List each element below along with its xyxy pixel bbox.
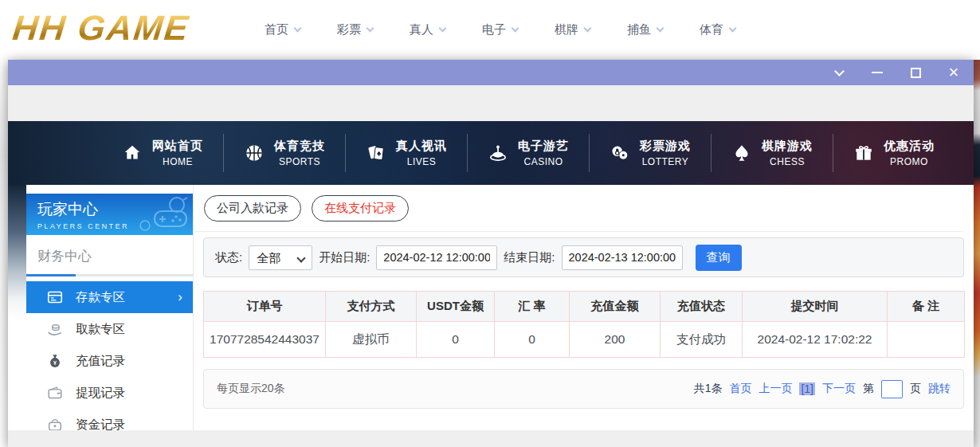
status-label: 状态: — [215, 250, 242, 265]
sidebar-item-funds-records[interactable]: 资金记录 — [26, 409, 193, 430]
sidebar-section-underline — [26, 274, 193, 276]
main-nav-item-promo[interactable]: 优惠活动 PROMO — [833, 134, 955, 172]
sidebar-section-title: 财务中心 — [26, 235, 193, 265]
cell-recharge-amount: 200 — [570, 322, 661, 358]
top-nav-label: 真人 — [410, 22, 433, 37]
nav-label-en: LOTTERY — [640, 156, 691, 167]
top-nav-item-sports[interactable]: 体育 — [700, 22, 735, 37]
tab-company-deposit-records[interactable]: 公司入款记录 — [204, 195, 301, 222]
top-nav-item-home[interactable]: 首页 — [265, 22, 300, 37]
sidebar-header: 玩家中心 PLAYERS CENTER — [26, 194, 193, 235]
nav-label-en: LIVES — [396, 156, 447, 167]
top-nav: 首页 彩票 真人 电子 棋牌 捕鱼 体育 — [265, 0, 735, 60]
purse-icon — [46, 416, 64, 430]
sidebar-item-withdrawal-records[interactable]: 提现记录 — [26, 377, 193, 409]
col-recharge-amount: 充值金额 — [570, 292, 661, 322]
sidebar: 玩家中心 PLAYERS CENTER 财务中心 — [26, 185, 194, 430]
cell-order-number: 1707728542443037 — [204, 322, 326, 358]
money-bag-icon — [46, 352, 64, 370]
chevron-down-icon — [657, 25, 664, 33]
record-tabs: 公司入款记录 在线支付记录 — [194, 185, 964, 232]
lottery-balls-icon — [610, 143, 630, 163]
first-page-link[interactable]: 首页 — [729, 382, 751, 396]
top-nav-item-fishing[interactable]: 捕鱼 — [627, 22, 663, 37]
cell-submit-time: 2024-02-12 17:02:22 — [743, 322, 888, 358]
main-nav: 网站首页 HOME 体育竞技 SPORTS 真人视讯 LIVES — [8, 121, 974, 185]
sidebar-item-recharge-records[interactable]: 充值记录 — [26, 345, 193, 377]
nav-label-zh: 优惠活动 — [884, 139, 935, 154]
main-nav-item-lottery[interactable]: 彩票游戏 LOTTERY — [589, 134, 711, 172]
basketball-icon — [244, 143, 265, 163]
records-table: 订单号 支付方式 USDT金额 汇 率 充值金额 充值状态 提交时间 备 注 1… — [203, 291, 965, 358]
window-content: 玩家中心 PLAYERS CENTER 财务中心 — [8, 185, 974, 447]
tab-online-payment-records[interactable]: 在线支付记录 — [312, 195, 409, 222]
window-footer-band — [8, 430, 974, 447]
top-nav-label: 电子 — [482, 22, 506, 37]
spade-icon — [731, 143, 752, 163]
sidebar-item-deposit[interactable]: 存款专区 › — [26, 281, 193, 313]
main-nav-item-sports[interactable]: 体育竞技 SPORTS — [223, 134, 345, 172]
pagination-bar: 每页显示20条 共1条 首页 上一页 [1] 下一页 第 页 跳转 — [203, 369, 964, 409]
end-date-input[interactable] — [562, 245, 683, 270]
nav-label-zh: 彩票游戏 — [640, 139, 691, 154]
top-nav-label: 首页 — [265, 22, 288, 37]
jump-prefix-label: 第 — [863, 382, 874, 396]
filter-bar: 状态: 全部 开始日期: 结束日期: 查询 — [203, 237, 964, 277]
col-order-number: 订单号 — [204, 292, 326, 322]
chevron-down-icon[interactable] — [832, 65, 846, 80]
maximize-icon[interactable] — [908, 65, 923, 80]
col-submit-time: 提交时间 — [743, 292, 888, 322]
cell-payment-method: 虚拟币 — [326, 322, 417, 358]
sidebar-item-label: 资金记录 — [76, 417, 125, 431]
minimize-icon[interactable] — [870, 65, 884, 80]
cell-recharge-status: 支付成功 — [661, 322, 743, 358]
sidebar-item-withdraw[interactable]: 取款专区 — [26, 313, 193, 345]
nav-label-zh: 电子游艺 — [518, 139, 569, 154]
content-left-strip — [8, 185, 26, 320]
player-center-window: × 网站首页 HOME 体育竞技 SPORTS — [8, 60, 974, 447]
sidebar-item-label: 存款专区 — [76, 289, 125, 306]
main-nav-item-home[interactable]: 网站首页 HOME — [102, 134, 223, 172]
start-date-input[interactable] — [376, 245, 497, 270]
sidebar-item-label: 取款专区 — [76, 321, 125, 338]
close-icon[interactable]: × — [947, 65, 961, 80]
gift-icon — [853, 143, 874, 163]
cards-icon — [366, 143, 386, 163]
current-page-indicator[interactable]: [1] — [799, 382, 815, 395]
top-nav-item-chess[interactable]: 棋牌 — [555, 22, 590, 37]
next-page-link[interactable]: 下一页 — [822, 382, 856, 396]
page-jump-input[interactable] — [881, 380, 903, 398]
page-edge-right — [974, 60, 980, 447]
query-button[interactable]: 查询 — [696, 245, 742, 271]
chevron-down-icon — [294, 25, 302, 33]
main-nav-item-chess[interactable]: 棋牌游戏 CHESS — [711, 134, 833, 172]
top-nav-label: 棋牌 — [555, 22, 578, 37]
cell-exchange-rate: 0 — [495, 322, 570, 358]
jump-button[interactable]: 跳转 — [928, 382, 951, 396]
window-titlebar: × — [8, 60, 974, 85]
main-nav-item-casino[interactable]: 电子游艺 CASINO — [467, 134, 589, 172]
home-icon — [122, 143, 143, 163]
logo-hh-game[interactable]: HH GAME — [10, 8, 191, 48]
sidebar-menu: 存款专区 › 取款专区 — [26, 281, 193, 430]
top-nav-item-live[interactable]: 真人 — [410, 22, 445, 37]
withdraw-hand-icon — [46, 320, 64, 338]
col-recharge-status: 充值状态 — [661, 292, 743, 322]
col-payment-method: 支付方式 — [326, 292, 417, 322]
nav-label-en: CHESS — [762, 156, 813, 167]
nav-label-en: CASINO — [518, 156, 569, 167]
col-exchange-rate: 汇 率 — [495, 292, 570, 322]
top-nav-item-slots[interactable]: 电子 — [482, 22, 518, 37]
page-edge-left — [0, 60, 8, 447]
top-nav-item-lottery[interactable]: 彩票 — [337, 22, 373, 37]
chevron-right-icon: › — [178, 289, 182, 305]
main-nav-item-lives[interactable]: 真人视讯 LIVES — [345, 134, 467, 172]
page-size-text: 每页显示20条 — [217, 382, 285, 396]
main-panel: 公司入款记录 在线支付记录 状态: 全部 开始日期: 结束日期: 查询 — [194, 185, 964, 430]
nav-label-en: PROMO — [884, 156, 935, 167]
status-select[interactable]: 全部 — [249, 245, 312, 270]
chevron-down-icon — [584, 25, 592, 33]
prev-page-link[interactable]: 上一页 — [759, 382, 792, 396]
nav-label-zh: 真人视讯 — [396, 139, 447, 154]
wallet-icon — [46, 384, 64, 402]
